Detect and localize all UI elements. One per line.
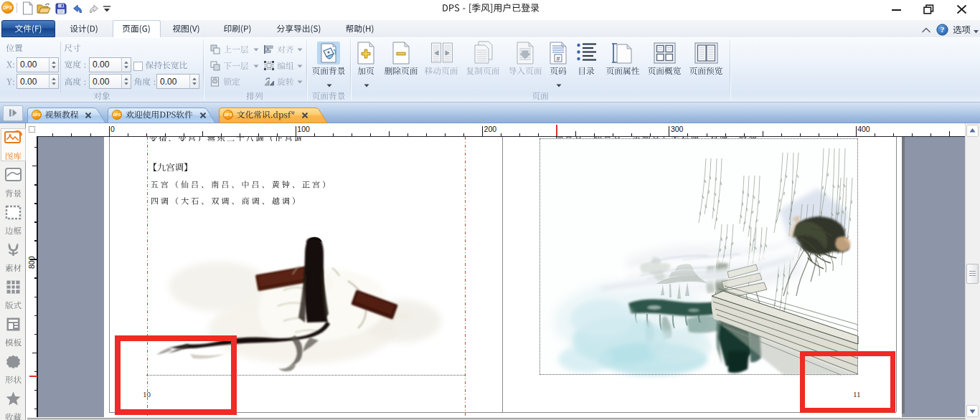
svg-text:DPS: DPS [33,113,41,117]
svg-text:DPS: DPS [3,5,13,10]
svg-text:200: 200 [484,125,497,133]
svg-text:300: 300 [671,125,684,133]
svg-text:800: 800 [27,256,36,269]
svg-text:?: ? [941,25,945,34]
svg-text:DPS: DPS [225,113,232,117]
svg-text:0: 0 [110,125,115,133]
svg-text:#: # [556,55,560,62]
svg-text:100: 100 [297,125,310,133]
svg-text:400: 400 [857,125,870,133]
svg-text:DPS: DPS [113,113,121,117]
